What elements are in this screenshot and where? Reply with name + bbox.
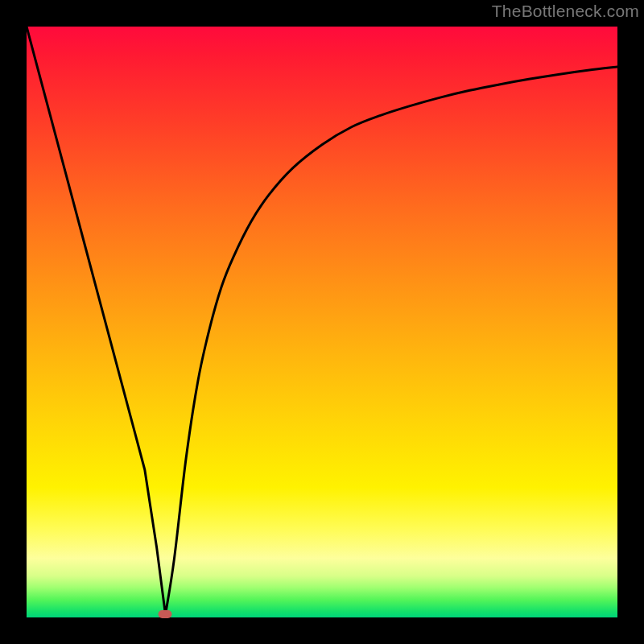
vertex-marker	[159, 610, 172, 618]
plot-area	[27, 27, 617, 617]
curve-path	[27, 27, 617, 614]
chart-frame: TheBottleneck.com	[0, 0, 644, 644]
curve-svg	[27, 27, 617, 617]
watermark-text: TheBottleneck.com	[492, 2, 639, 21]
